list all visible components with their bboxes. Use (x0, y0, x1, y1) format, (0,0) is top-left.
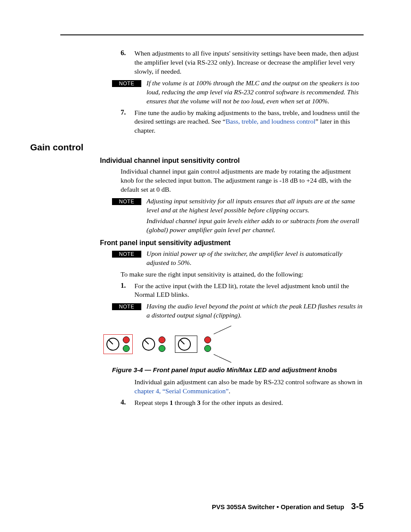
page-footer: PVS 305SA Switcher • Operation and Setup… (212, 501, 364, 511)
note: NOTE Having the audio level beyond the p… (112, 302, 364, 320)
step-text: For the active input (with the LED lit),… (134, 282, 364, 300)
note-badge: NOTE (112, 303, 141, 310)
note-text: Adjusting input sensitivity for all inpu… (146, 197, 364, 235)
note-text: If the volume is at 100% through the MLC… (146, 79, 364, 106)
list-item: 4. Repeat steps 1 through 3 for the othe… (121, 398, 364, 408)
figure-caption: Figure 3-4 — Front panel Input audio Min… (112, 366, 364, 374)
cross-reference-link[interactable]: chapter 4, “Serial Communication” (134, 387, 229, 395)
note: NOTE Upon initial power up of the switch… (112, 249, 364, 268)
figure-illustration (100, 327, 364, 361)
led-stack (123, 336, 130, 352)
knob-group (140, 335, 168, 354)
step-text: Repeat steps 1 through 3 for the other i… (134, 398, 364, 408)
paragraph: Individual gain adjustment can also be m… (134, 378, 364, 396)
body-column: 6. When adjustments to all five inputs' … (121, 49, 364, 135)
note: NOTE Adjusting input sensitivity for all… (112, 197, 364, 235)
step-text: When adjustments to all five inputs' sen… (134, 49, 364, 76)
step-number: 1. (121, 282, 134, 300)
body-column: Individual channel input sensitivity con… (121, 157, 364, 408)
note-line: Individual channel input gain levels eit… (146, 217, 364, 235)
paragraph: Individual channel input gain control ad… (121, 167, 364, 194)
adjustment-knob-icon (106, 338, 119, 351)
footer-page-number: 3-5 (351, 501, 364, 511)
note: NOTE If the volume is at 100% through th… (112, 79, 364, 106)
step-number: 4. (121, 398, 134, 408)
normal-led-icon (123, 345, 130, 352)
step-number: 6. (121, 49, 134, 76)
list-item: 6. When adjustments to all five inputs' … (121, 49, 364, 76)
led-stack (204, 336, 211, 352)
note-text: Upon initial power up of the switcher, t… (146, 249, 364, 268)
figure-3-4 (100, 327, 364, 361)
paragraph-part: Individual gain adjustment can also be m… (134, 378, 362, 386)
heading-front-panel-adjustment: Front panel input sensitivity adjustment (100, 239, 364, 247)
step-number: 7. (121, 109, 134, 136)
knob-group-highlighted (103, 334, 133, 354)
adjustment-knob-icon (142, 338, 155, 351)
step-text-part: for the other inputs as desired. (200, 399, 283, 406)
callout-lines-icon (215, 331, 227, 357)
knob-group-boxed (175, 336, 197, 353)
note-line: Adjusting input sensitivity for all inpu… (146, 197, 364, 215)
paragraph: To make sure the right input sensitivity… (121, 270, 364, 279)
note-badge: NOTE (112, 251, 141, 258)
peak-led-icon (123, 336, 130, 343)
step-text-part: Repeat steps (134, 399, 170, 406)
knob-group (204, 330, 230, 359)
peak-led-icon (159, 336, 165, 343)
heading-individual-sensitivity: Individual channel input sensitivity con… (100, 157, 364, 165)
list-item: 7. Fine tune the audio by making adjustm… (121, 109, 364, 136)
document-page: 6. When adjustments to all five inputs' … (0, 0, 411, 532)
step-text-part: through (173, 399, 197, 406)
note-badge: NOTE (112, 198, 141, 205)
note-badge: NOTE (112, 80, 141, 87)
heading-gain-control: Gain control (30, 142, 364, 152)
peak-led-icon (204, 336, 211, 343)
normal-led-icon (159, 345, 165, 352)
footer-title: PVS 305SA Switcher • Operation and Setup (212, 503, 344, 510)
led-stack (159, 336, 165, 352)
step-text: Fine tune the audio by making adjustment… (134, 109, 364, 136)
normal-led-icon (204, 345, 211, 352)
list-item: 1. For the active input (with the LED li… (121, 282, 364, 300)
step-ref: 1 (170, 399, 173, 406)
header-rule (60, 34, 364, 35)
paragraph-part: . (229, 387, 230, 395)
adjustment-knob-icon (178, 338, 191, 351)
cross-reference-link[interactable]: Bass, treble, and loudness control (226, 118, 315, 125)
note-text: Having the audio level beyond the point … (146, 302, 364, 320)
